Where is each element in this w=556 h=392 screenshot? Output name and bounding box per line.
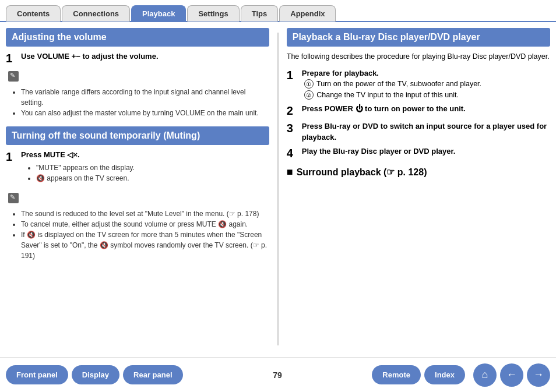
tab-tips[interactable]: Tips	[241, 5, 279, 22]
mute-step1-text: Press MUTE ◁×.	[21, 150, 80, 159]
front-panel-button[interactable]: Front panel	[6, 365, 68, 384]
tab-settings[interactable]: Settings	[187, 5, 239, 22]
bottom-bar: Front panel Display Rear panel 79 Remote…	[0, 357, 556, 392]
mute-bullet-1: "MUTE" appears on the display.	[36, 163, 135, 173]
bluray-intro: The following describes the procedure fo…	[287, 51, 550, 62]
surround-square-icon: ■	[287, 166, 293, 178]
surround-title: Surround playback (☞ p. 128)	[297, 167, 427, 178]
tab-connections[interactable]: Connections	[62, 5, 130, 22]
main-content: Adjusting the volume 1 Use VOLUME +− to …	[0, 22, 556, 350]
index-button[interactable]: Index	[424, 365, 465, 384]
bluray-step4-label: Play the Blu-ray Disc player or DVD play…	[302, 146, 456, 157]
home-button[interactable]: ⌂	[473, 363, 497, 387]
mute-note-2: To cancel mute, either adjust the sound …	[21, 219, 269, 229]
bluray-step1: 1 Prepare for playback. ① Turn on the po…	[287, 68, 550, 101]
tab-playback[interactable]: Playback	[131, 5, 186, 22]
mute-note-1: The sound is reduced to the level set at…	[21, 209, 269, 219]
bluray-step3-num: 3	[287, 121, 297, 135]
bluray-step1-sub2: ② Change the TV input to the input of th…	[304, 90, 481, 101]
surround-playback-box: ■ Surround playback (☞ p. 128)	[287, 166, 550, 178]
bluray-step4: 4 Play the Blu-ray Disc player or DVD pl…	[287, 146, 550, 160]
page-number: 79	[186, 370, 369, 380]
display-button[interactable]: Display	[72, 365, 119, 384]
column-divider	[277, 33, 279, 345]
mute-note-3: If 🔇 is displayed on the TV screen for m…	[21, 229, 269, 261]
bluray-step1-label: Prepare for playback.	[302, 69, 379, 77]
adjust-volume-notes: The variable range differs according to …	[12, 87, 269, 118]
mute-bullets: "MUTE" appears on the display. 🔇 appears…	[27, 163, 135, 183]
section-muting-header: Turning off the sound temporarily (Mutin…	[6, 126, 269, 145]
adjust-volume-step1: 1 Use VOLUME +− to adjust the volume.	[6, 51, 269, 65]
left-column: Adjusting the volume 1 Use VOLUME +− to …	[6, 28, 269, 350]
mute-step1-content: Press MUTE ◁×. "MUTE" appears on the dis…	[21, 150, 135, 187]
bluray-step3-label: Press Blu-ray or DVD to switch an input …	[302, 121, 550, 142]
tab-contents[interactable]: Contents	[6, 5, 61, 22]
forward-button[interactable]: →	[527, 363, 550, 387]
bluray-step1-content: Prepare for playback. ① Turn on the powe…	[302, 68, 481, 101]
rear-panel-button[interactable]: Rear panel	[123, 365, 182, 384]
circled-2: ②	[304, 90, 314, 100]
bluray-step3: 3 Press Blu-ray or DVD to switch an inpu…	[287, 121, 550, 142]
bluray-step1-num: 1	[287, 68, 297, 82]
tab-appendix[interactable]: Appendix	[279, 5, 336, 22]
top-nav-bar: Contents Connections Playback Settings T…	[0, 0, 556, 22]
right-column: Playback a Blu-ray Disc player/DVD playe…	[287, 28, 550, 350]
mute-bullet-2: 🔇 appears on the TV screen.	[36, 173, 135, 183]
bluray-step2-num: 2	[287, 104, 297, 118]
note-icon-1	[8, 71, 19, 82]
section-adjusting-volume-header: Adjusting the volume	[6, 28, 269, 47]
mute-notes: The sound is reduced to the level set at…	[12, 209, 269, 261]
bluray-step1-sub1: ① Turn on the power of the TV, subwoofer…	[304, 79, 481, 90]
section-bluray-header: Playback a Blu-ray Disc player/DVD playe…	[287, 28, 550, 47]
note-icon-2	[8, 193, 19, 203]
adjust-volume-step1-text: Use VOLUME +− to adjust the volume.	[21, 51, 159, 62]
back-button[interactable]: ←	[500, 363, 523, 387]
bluray-step4-num: 4	[287, 146, 297, 160]
note-item: The variable range differs according to …	[21, 87, 269, 108]
circled-1: ①	[304, 79, 314, 89]
bluray-step2: 2 Press POWER ⏻ to turn on power to the …	[287, 104, 550, 118]
note-item: You can also adjust the master volume by…	[21, 108, 269, 118]
bluray-step2-label: Press POWER ⏻ to turn on power to the un…	[302, 104, 466, 114]
step-number-1: 1	[6, 51, 16, 65]
remote-button[interactable]: Remote	[372, 365, 421, 384]
mute-step-num: 1	[6, 150, 16, 164]
mute-step1: 1 Press MUTE ◁×. "MUTE" appears on the d…	[6, 150, 269, 187]
